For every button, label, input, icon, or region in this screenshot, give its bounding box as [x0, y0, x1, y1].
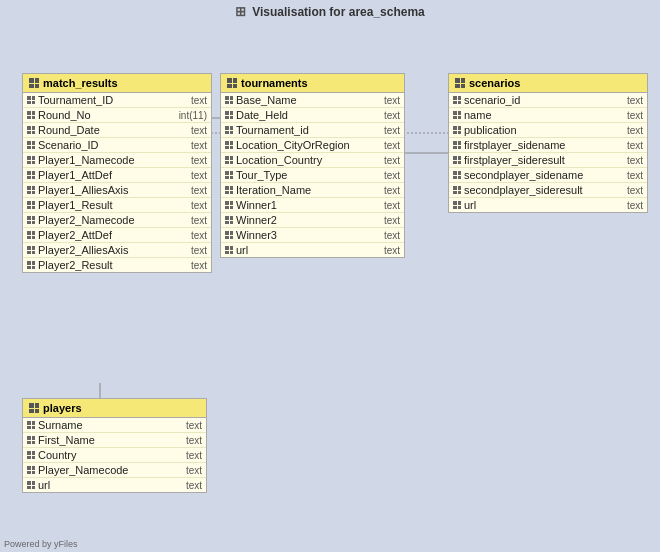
table-icon	[227, 78, 237, 88]
table-row: Date_Held text	[221, 108, 404, 123]
field-icon	[27, 451, 35, 459]
field-icon	[225, 126, 233, 134]
table-row: scenario_id text	[449, 93, 647, 108]
table-row: Iteration_Name text	[221, 183, 404, 198]
field-icon	[27, 141, 35, 149]
field-icon	[225, 96, 233, 104]
table-row: Player2_AlliesAxis text	[23, 243, 211, 258]
field-icon	[225, 231, 233, 239]
table-row: Player2_Namecode text	[23, 213, 211, 228]
field-icon	[453, 171, 461, 179]
table-header-tournaments: tournaments	[221, 74, 404, 93]
table-row: Player2_Result text	[23, 258, 211, 272]
table-header-players: players	[23, 399, 206, 418]
field-icon	[27, 156, 35, 164]
field-icon	[27, 96, 35, 104]
field-icon	[27, 186, 35, 194]
table-header-match-results: match_results	[23, 74, 211, 93]
table-name-tournaments: tournaments	[241, 77, 308, 89]
table-row: publication text	[449, 123, 647, 138]
table-row: Tournament_id text	[221, 123, 404, 138]
table-row: url text	[23, 478, 206, 492]
table-row: secondplayer_sidename text	[449, 168, 647, 183]
field-icon	[27, 126, 35, 134]
table-players: players Surname text First_Name text Cou…	[22, 398, 207, 493]
table-row: Tournament_ID text	[23, 93, 211, 108]
table-tournaments: tournaments Base_Name text Date_Held tex…	[220, 73, 405, 258]
field-icon	[27, 171, 35, 179]
field-icon	[225, 141, 233, 149]
field-icon	[453, 126, 461, 134]
field-icon	[453, 141, 461, 149]
table-row: Player2_AttDef text	[23, 228, 211, 243]
table-row: First_Name text	[23, 433, 206, 448]
table-row: Player1_AlliesAxis text	[23, 183, 211, 198]
field-icon	[453, 96, 461, 104]
field-icon	[27, 261, 35, 269]
table-row: firstplayer_sideresult text	[449, 153, 647, 168]
field-icon	[225, 246, 233, 254]
table-match-results: match_results Tournament_ID text Round_N…	[22, 73, 212, 273]
table-row: Location_Country text	[221, 153, 404, 168]
table-icon	[29, 403, 39, 413]
field-icon	[27, 231, 35, 239]
field-icon	[27, 246, 35, 254]
table-row: secondplayer_sideresult text	[449, 183, 647, 198]
title-bar: ⊞ Visualisation for area_schema	[0, 0, 660, 23]
field-icon	[27, 201, 35, 209]
table-name-match-results: match_results	[43, 77, 118, 89]
field-icon	[225, 201, 233, 209]
field-icon	[225, 216, 233, 224]
table-row: Winner1 text	[221, 198, 404, 213]
table-row: Country text	[23, 448, 206, 463]
table-header-scenarios: scenarios	[449, 74, 647, 93]
table-row: url text	[221, 243, 404, 257]
table-icon	[455, 78, 465, 88]
table-row: Player_Namecode text	[23, 463, 206, 478]
field-icon	[27, 436, 35, 444]
field-icon	[225, 171, 233, 179]
field-icon	[453, 111, 461, 119]
table-name-scenarios: scenarios	[469, 77, 520, 89]
table-row: Player1_AttDef text	[23, 168, 211, 183]
field-icon	[225, 111, 233, 119]
table-scenarios: scenarios scenario_id text name text pub…	[448, 73, 648, 213]
page-title: Visualisation for area_schema	[252, 5, 425, 19]
table-row: name text	[449, 108, 647, 123]
table-row: Base_Name text	[221, 93, 404, 108]
table-row: firstplayer_sidename text	[449, 138, 647, 153]
field-icon	[453, 156, 461, 164]
powered-by-label: Powered by yFiles	[4, 539, 78, 549]
table-name-players: players	[43, 402, 82, 414]
table-icon	[29, 78, 39, 88]
table-row: Scenario_ID text	[23, 138, 211, 153]
field-icon	[453, 201, 461, 209]
field-icon	[27, 466, 35, 474]
table-row: Player1_Namecode text	[23, 153, 211, 168]
table-row: Tour_Type text	[221, 168, 404, 183]
table-row: Winner2 text	[221, 213, 404, 228]
field-icon	[225, 186, 233, 194]
table-row: Surname text	[23, 418, 206, 433]
table-row: url text	[449, 198, 647, 212]
table-row: Round_Date text	[23, 123, 211, 138]
field-icon	[225, 156, 233, 164]
table-row: Round_No int(11)	[23, 108, 211, 123]
field-icon	[27, 421, 35, 429]
field-icon	[27, 481, 35, 489]
canvas-area: match_results Tournament_ID text Round_N…	[0, 23, 660, 552]
title-icon: ⊞	[235, 4, 246, 19]
table-row: Location_CityOrRegion text	[221, 138, 404, 153]
field-icon	[453, 186, 461, 194]
field-icon	[27, 111, 35, 119]
table-row: Winner3 text	[221, 228, 404, 243]
table-row: Player1_Result text	[23, 198, 211, 213]
field-icon	[27, 216, 35, 224]
main-container: ⊞ Visualisation for area_schema match_re…	[0, 0, 660, 552]
